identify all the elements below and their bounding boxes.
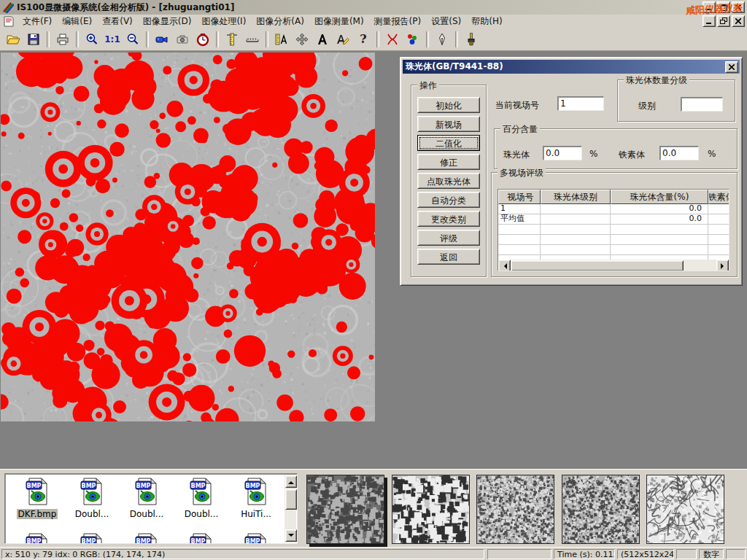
scrollbar-thumb[interactable] [285,489,297,510]
column-ferrite-content[interactable]: 铁素体含量(%) [708,190,729,204]
maximize-button[interactable] [717,1,730,13]
scroll-down-button[interactable] [285,529,297,542]
table-header-row: 视场号 珠光体级别 珠光体含量(%) 铁素体含量(%) [498,190,729,204]
menu-item-image-display[interactable]: 图像显示(D) [138,15,197,28]
menu-item-settings[interactable]: 设置(S) [426,15,466,28]
menu-item-edit[interactable]: 编辑(E) [57,15,97,28]
menu-item-image-analysis[interactable]: 图像分析(A) [251,15,309,28]
pearlite-input[interactable] [543,146,582,160]
curve-tool-button[interactable] [382,29,403,50]
close-button[interactable] [732,1,745,13]
help-button[interactable]: ? [353,29,374,50]
camera-button[interactable] [172,29,193,50]
file-list[interactable]: DKF.bmp Doubl... Doubl... Doubl... HuiTi… [4,473,298,544]
binarize-button[interactable]: 二值化 [417,135,480,151]
bmp-file-icon [189,477,214,506]
file-item[interactable]: Doubl... [120,477,173,519]
file-item[interactable] [120,532,173,544]
thumbnail-image-5[interactable] [646,475,724,544]
dialog-titlebar[interactable]: 珠光体(GB/T9441-88) [403,60,740,74]
menu-item-help[interactable]: 帮助(H) [466,15,507,28]
current-field-label: 当前视场号 [495,99,539,112]
grade-input[interactable] [681,97,723,112]
timer-button[interactable] [193,29,213,50]
pen-button[interactable] [432,29,452,50]
bmp-file-icon [134,477,159,506]
capture-video-button[interactable] [152,29,172,50]
change-class-button[interactable]: 更改类别 [417,211,480,227]
file-name: Doubl... [74,509,111,519]
file-item[interactable] [66,532,118,544]
bmp-file-icon [134,532,159,544]
horizontal-ruler-button[interactable] [242,29,263,50]
table-row[interactable]: 平均值 0.0 [498,214,729,225]
thumbnail-image-4[interactable] [562,475,640,544]
column-pearlite-grade[interactable]: 珠光体级别 [541,190,611,204]
annotate-button[interactable] [333,29,353,50]
new-field-button[interactable]: 新视场 [417,116,480,132]
actual-size-button[interactable]: 1:1 [102,29,123,50]
grade-label: 级别 [638,100,656,112]
metallographic-image[interactable] [1,52,375,421]
mdi-minimize-button[interactable] [703,15,716,27]
menu-item-view[interactable]: 查看(V) [97,15,138,28]
thumbnail-image-3[interactable] [476,475,554,544]
scroll-up-button[interactable] [285,475,297,488]
text-button[interactable] [312,29,333,50]
thumbnail-image-1[interactable] [306,475,384,544]
file-item[interactable]: HuiTi... [230,477,282,519]
zoom-out-button[interactable] [123,29,143,50]
move-button[interactable] [292,29,312,50]
open-button[interactable] [3,29,23,50]
vertical-scrollbar[interactable] [285,475,296,542]
toolbar-separator [76,31,79,47]
file-item[interactable]: DKF.bmp [11,477,63,519]
auto-classify-button[interactable]: 自动分类 [417,192,480,208]
table-row[interactable]: 1 0.0 [498,204,729,214]
minimize-button[interactable] [703,1,716,13]
color-points-button[interactable] [403,29,423,50]
thumbnail-image-2[interactable] [392,475,470,544]
menu-item-file[interactable]: 文件(F) [18,15,57,28]
file-item[interactable] [230,532,282,544]
file-item[interactable]: Doubl... [66,477,118,519]
pick-pearlite-button[interactable]: 点取珠光体 [417,173,480,189]
scrollbar-thumb[interactable] [511,260,684,271]
open-folder-icon [6,32,20,47]
horizontal-scrollbar[interactable] [498,260,729,271]
mdi-close-button[interactable] [732,15,745,27]
correct-button[interactable]: 修正 [417,154,480,170]
file-item[interactable]: Doubl... [175,477,228,519]
move-cross-icon [295,32,309,47]
status-empty-panel [487,549,551,559]
menu-item-image-process[interactable]: 图像处理(I) [196,15,251,28]
measure-label-button[interactable] [271,29,292,50]
scroll-left-button[interactable] [498,260,511,271]
toolbar-separator [455,31,458,47]
dialog-close-button[interactable] [725,61,738,73]
vertical-ruler-button[interactable] [222,29,242,50]
mdi-restore-button[interactable] [717,15,730,27]
return-button[interactable]: 返回 [417,249,480,265]
current-field-input[interactable] [557,96,604,111]
menu-item-image-measure[interactable]: 图像测量(M) [309,15,369,28]
print-button[interactable] [53,29,73,50]
toolbar: 1:1 ? [0,28,747,51]
file-item[interactable] [175,532,228,544]
zoom-in-button[interactable] [82,29,102,50]
column-field-number[interactable]: 视场号 [498,190,541,204]
status-position: x: 510 y: 79 idx: 0 RGB: (174, 174, 174) [1,549,484,559]
bmp-file-icon [80,477,104,506]
bmp-file-icon [25,477,50,506]
file-item[interactable] [11,532,63,544]
ferrite-input[interactable] [659,146,699,160]
rate-button[interactable]: 评级 [417,230,480,246]
status-empty-panel [676,549,697,559]
column-pearlite-content[interactable]: 珠光体含量(%) [611,190,708,204]
cell-pearlite-content: 0.0 [611,214,708,224]
scroll-right-button[interactable] [716,260,729,271]
menu-item-measure-report[interactable]: 测量报告(P) [369,15,427,28]
init-button[interactable]: 初始化 [417,97,480,113]
brush-button[interactable] [461,29,481,50]
save-button[interactable] [23,29,44,50]
